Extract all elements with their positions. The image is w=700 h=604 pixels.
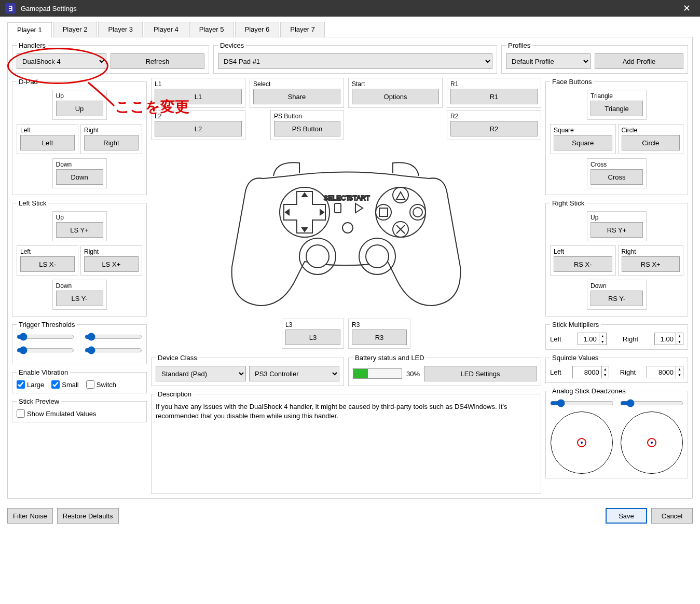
- deviceclass-select-1[interactable]: Standard (Pad): [156, 366, 246, 381]
- ls-right-button[interactable]: LS X+: [84, 256, 139, 272]
- vibration-switch-check[interactable]: Switch: [86, 380, 116, 389]
- svg-point-2: [393, 187, 408, 203]
- stickmult-left-spinner[interactable]: ▲▼: [578, 333, 607, 345]
- psbutton-label: PS Button: [274, 113, 340, 120]
- squircle-right-label: Right: [620, 368, 636, 376]
- rs-up-button[interactable]: RS Y+: [591, 222, 643, 238]
- app-logo-icon: ∃: [5, 3, 16, 13]
- trigger-l-lower-slider[interactable]: [17, 346, 74, 354]
- squircle-left-spinner[interactable]: ▲▼: [572, 366, 609, 378]
- l3-label: L3: [285, 321, 340, 328]
- rs-down-button[interactable]: RS Y-: [591, 291, 643, 306]
- l2-button[interactable]: L2: [155, 121, 242, 136]
- svg-point-13: [306, 245, 329, 268]
- handlers-select[interactable]: DualShock 4: [17, 53, 106, 69]
- dpad-right-button[interactable]: Right: [84, 135, 139, 150]
- r2-button[interactable]: R2: [450, 121, 538, 136]
- squircle-right-spinner[interactable]: ▲▼: [647, 366, 683, 378]
- led-settings-button[interactable]: LED Settings: [424, 366, 537, 381]
- stickpreview-legend: Stick Preview: [17, 397, 61, 405]
- ls-up-button[interactable]: LS Y+: [56, 222, 103, 238]
- player-tabs: Player 1 Player 2 Player 3 Player 4 Play…: [7, 22, 693, 37]
- dpad-left-button[interactable]: Left: [20, 135, 75, 150]
- restore-defaults-button[interactable]: Restore Defaults: [57, 508, 119, 524]
- ls-left-button[interactable]: LS X-: [20, 256, 75, 272]
- r3-button[interactable]: R3: [352, 330, 407, 345]
- rightstick-legend: Right Stick: [550, 199, 586, 207]
- rs-right-button[interactable]: RS X+: [622, 256, 680, 272]
- deadzones-legend: Analog Stick Deadzones: [550, 387, 628, 395]
- stick-preview-group: Stick Preview Show Emulated Values: [12, 397, 147, 422]
- deadzone-left-slider[interactable]: [550, 399, 614, 407]
- deviceclass-select-2[interactable]: PS3 Controller: [249, 366, 339, 381]
- trigger-r-lower-slider[interactable]: [85, 346, 142, 354]
- svg-point-6: [413, 208, 422, 217]
- r1-button[interactable]: R1: [450, 89, 538, 104]
- ls-right-label: Right: [84, 248, 139, 255]
- vibration-small-check[interactable]: Small: [51, 380, 79, 389]
- trigger-l-upper-slider[interactable]: [17, 333, 74, 341]
- triangle-button[interactable]: Triangle: [591, 101, 643, 116]
- handlers-legend: Handlers: [17, 42, 48, 49]
- leftstick-legend: Left Stick: [17, 199, 48, 207]
- tab-player-5[interactable]: Player 5: [189, 22, 234, 37]
- deadzone-right-slider[interactable]: [620, 399, 684, 407]
- square-button[interactable]: Square: [554, 135, 612, 150]
- rs-up-label: Up: [591, 214, 643, 221]
- psbutton-button[interactable]: PS Button: [274, 121, 340, 136]
- show-emulated-check[interactable]: Show Emulated Values: [17, 409, 142, 418]
- deadzone-right-preview: [621, 411, 683, 474]
- start-label: Start: [352, 80, 439, 88]
- tab-player-2[interactable]: Player 2: [53, 22, 98, 37]
- close-icon[interactable]: ✕: [679, 3, 695, 14]
- stickmult-right-spinner[interactable]: ▲▼: [654, 333, 683, 345]
- start-button[interactable]: Options: [352, 89, 439, 104]
- stickmult-right-label: Right: [623, 335, 638, 343]
- tab-player-7[interactable]: Player 7: [280, 22, 325, 37]
- refresh-button[interactable]: Refresh: [111, 53, 204, 69]
- tab-player-4[interactable]: Player 4: [144, 22, 188, 37]
- tab-player-1[interactable]: Player 1: [7, 22, 52, 37]
- r3-label: R3: [352, 321, 407, 328]
- trigger-thresholds-group: Trigger Thresholds: [12, 321, 147, 364]
- vibration-group: Enable Vibration Large Small Switch: [12, 368, 147, 393]
- cancel-button[interactable]: Cancel: [651, 508, 693, 524]
- l1-button[interactable]: L1: [155, 89, 242, 104]
- r2-label: R2: [450, 113, 538, 120]
- select-label: Select: [253, 80, 340, 88]
- l3-button[interactable]: L3: [285, 330, 340, 345]
- dpad-up-label: Up: [56, 92, 103, 100]
- dpad-right-label: Right: [84, 127, 139, 134]
- tab-player-3[interactable]: Player 3: [98, 22, 143, 37]
- profiles-select[interactable]: Default Profile: [506, 53, 591, 69]
- add-profile-button[interactable]: Add Profile: [595, 53, 683, 69]
- save-button[interactable]: Save: [606, 508, 647, 524]
- square-label: Square: [554, 127, 612, 134]
- select-button[interactable]: Share: [253, 89, 340, 104]
- squircle-left-label: Left: [550, 368, 561, 376]
- triangle-label: Triangle: [591, 92, 643, 100]
- svg-rect-8: [335, 203, 341, 213]
- ls-down-button[interactable]: LS Y-: [56, 291, 103, 306]
- ls-left-label: Left: [20, 248, 75, 255]
- devices-select[interactable]: DS4 Pad #1: [218, 53, 492, 69]
- r1-label: R1: [450, 80, 538, 88]
- filter-noise-button[interactable]: Filter Noise: [7, 508, 53, 524]
- dpad-up-button[interactable]: Up: [56, 101, 103, 116]
- rs-right-label: Right: [622, 248, 680, 255]
- trigger-r-upper-slider[interactable]: [85, 333, 142, 341]
- rs-left-button[interactable]: RS X-: [554, 256, 612, 272]
- battery-legend: Battery status and LED: [353, 354, 427, 362]
- controller-image: SELECT START: [151, 147, 541, 313]
- dpad-down-button[interactable]: Down: [56, 169, 103, 185]
- cross-button[interactable]: Cross: [591, 169, 643, 185]
- dpad-group: D-Pad UpUp LeftLeft RightRight DownDown: [12, 78, 147, 195]
- circle-label: Circle: [622, 127, 680, 134]
- ls-down-label: Down: [56, 282, 103, 290]
- tab-player-6[interactable]: Player 6: [235, 22, 280, 37]
- deadzones-group: Analog Stick Deadzones: [545, 387, 688, 478]
- vibration-large-check[interactable]: Large: [17, 380, 44, 389]
- dpad-down-label: Down: [56, 161, 103, 168]
- description-text: If you have any issues with the DualShoc…: [156, 402, 537, 421]
- circle-button[interactable]: Circle: [622, 135, 680, 150]
